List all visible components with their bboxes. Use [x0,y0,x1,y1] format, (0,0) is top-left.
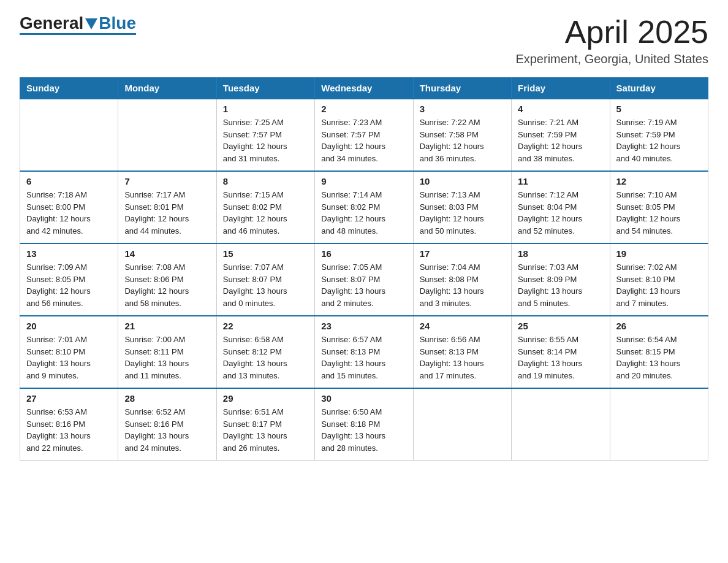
day-cell: 25Sunrise: 6:55 AM Sunset: 8:14 PM Dayli… [512,316,610,388]
day-info: Sunrise: 7:04 AM Sunset: 8:08 PM Dayligh… [420,261,505,309]
day-of-week-monday: Monday [118,78,216,99]
day-number: 11 [518,176,603,186]
day-number: 8 [223,176,308,186]
day-of-week-friday: Friday [512,78,610,99]
day-cell: 6Sunrise: 7:18 AM Sunset: 8:00 PM Daylig… [20,171,118,243]
day-info: Sunrise: 6:57 AM Sunset: 8:13 PM Dayligh… [321,334,406,381]
day-cell: 23Sunrise: 6:57 AM Sunset: 8:13 PM Dayli… [315,316,413,388]
day-info: Sunrise: 7:03 AM Sunset: 8:09 PM Dayligh… [518,261,603,309]
day-info: Sunrise: 6:55 AM Sunset: 8:14 PM Dayligh… [518,334,603,381]
day-number: 29 [223,393,308,404]
day-info: Sunrise: 7:23 AM Sunset: 7:57 PM Dayligh… [321,117,406,164]
day-cell: 11Sunrise: 7:12 AM Sunset: 8:04 PM Dayli… [512,171,610,243]
day-info: Sunrise: 7:14 AM Sunset: 8:02 PM Dayligh… [321,189,406,237]
week-row-2: 6Sunrise: 7:18 AM Sunset: 8:00 PM Daylig… [20,171,708,243]
day-cell: 30Sunrise: 6:50 AM Sunset: 8:18 PM Dayli… [315,388,413,461]
day-number: 30 [321,393,406,404]
day-cell: 4Sunrise: 7:21 AM Sunset: 7:59 PM Daylig… [512,99,610,171]
day-number: 1 [223,104,308,114]
day-of-week-wednesday: Wednesday [315,78,413,99]
day-cell: 1Sunrise: 7:25 AM Sunset: 7:57 PM Daylig… [216,99,314,171]
day-info: Sunrise: 6:53 AM Sunset: 8:16 PM Dayligh… [26,406,112,454]
day-number: 22 [223,321,308,331]
calendar-header: SundayMondayTuesdayWednesdayThursdayFrid… [20,78,708,99]
week-row-4: 20Sunrise: 7:01 AM Sunset: 8:10 PM Dayli… [20,316,708,388]
day-cell [512,388,610,461]
day-cell: 29Sunrise: 6:51 AM Sunset: 8:17 PM Dayli… [216,388,314,461]
day-info: Sunrise: 6:52 AM Sunset: 8:16 PM Dayligh… [124,406,210,454]
day-cell: 20Sunrise: 7:01 AM Sunset: 8:10 PM Dayli… [20,316,118,388]
day-info: Sunrise: 7:19 AM Sunset: 7:59 PM Dayligh… [616,117,702,164]
day-info: Sunrise: 7:22 AM Sunset: 7:58 PM Dayligh… [420,117,505,164]
day-number: 28 [124,393,210,404]
day-number: 12 [616,176,702,186]
calendar-table: SundayMondayTuesdayWednesdayThursdayFrid… [20,77,708,461]
day-number: 23 [321,321,406,331]
day-number: 3 [420,104,505,114]
day-number: 15 [223,248,308,259]
day-info: Sunrise: 7:17 AM Sunset: 8:01 PM Dayligh… [124,189,210,237]
day-info: Sunrise: 6:56 AM Sunset: 8:13 PM Dayligh… [420,334,505,381]
day-cell: 13Sunrise: 7:09 AM Sunset: 8:05 PM Dayli… [20,243,118,316]
day-number: 13 [26,248,112,259]
day-number: 10 [420,176,505,186]
day-number: 26 [616,321,702,331]
day-info: Sunrise: 7:08 AM Sunset: 8:06 PM Dayligh… [124,261,210,309]
day-of-week-sunday: Sunday [20,78,118,99]
day-number: 19 [616,248,702,259]
day-cell: 21Sunrise: 7:00 AM Sunset: 8:11 PM Dayli… [118,316,216,388]
logo: General Blue [20,15,136,35]
logo-general-text: General [20,15,83,32]
day-cell: 18Sunrise: 7:03 AM Sunset: 8:09 PM Dayli… [512,243,610,316]
day-cell: 7Sunrise: 7:17 AM Sunset: 8:01 PM Daylig… [118,171,216,243]
title-area: April 2025 Experiment, Georgia, United S… [515,15,708,66]
subtitle: Experiment, Georgia, United States [515,52,708,66]
day-number: 17 [420,248,505,259]
day-info: Sunrise: 6:54 AM Sunset: 8:15 PM Dayligh… [616,334,702,381]
day-info: Sunrise: 6:58 AM Sunset: 8:12 PM Dayligh… [223,334,308,381]
day-cell: 15Sunrise: 7:07 AM Sunset: 8:07 PM Dayli… [216,243,314,316]
day-number: 21 [124,321,210,331]
day-cell: 27Sunrise: 6:53 AM Sunset: 8:16 PM Dayli… [20,388,118,461]
day-of-week-tuesday: Tuesday [216,78,314,99]
day-info: Sunrise: 7:07 AM Sunset: 8:07 PM Dayligh… [223,261,308,309]
day-info: Sunrise: 7:21 AM Sunset: 7:59 PM Dayligh… [518,117,603,164]
day-number: 16 [321,248,406,259]
day-cell: 3Sunrise: 7:22 AM Sunset: 7:58 PM Daylig… [413,99,511,171]
day-info: Sunrise: 7:00 AM Sunset: 8:11 PM Dayligh… [124,334,210,381]
day-info: Sunrise: 7:12 AM Sunset: 8:04 PM Dayligh… [518,189,603,237]
day-cell: 22Sunrise: 6:58 AM Sunset: 8:12 PM Dayli… [216,316,314,388]
day-cell: 12Sunrise: 7:10 AM Sunset: 8:05 PM Dayli… [610,171,708,243]
week-row-3: 13Sunrise: 7:09 AM Sunset: 8:05 PM Dayli… [20,243,708,316]
day-number: 6 [26,176,112,186]
day-cell: 9Sunrise: 7:14 AM Sunset: 8:02 PM Daylig… [315,171,413,243]
day-number: 20 [26,321,112,331]
day-cell [20,99,118,171]
day-cell: 5Sunrise: 7:19 AM Sunset: 7:59 PM Daylig… [610,99,708,171]
day-number: 5 [616,104,702,114]
logo-blue-text: Blue [99,15,136,32]
day-number: 7 [124,176,210,186]
day-cell: 26Sunrise: 6:54 AM Sunset: 8:15 PM Dayli… [610,316,708,388]
day-info: Sunrise: 6:51 AM Sunset: 8:17 PM Dayligh… [223,406,308,454]
day-number: 18 [518,248,603,259]
day-info: Sunrise: 7:18 AM Sunset: 8:00 PM Dayligh… [26,189,112,237]
day-cell [610,388,708,461]
day-cell: 24Sunrise: 6:56 AM Sunset: 8:13 PM Dayli… [413,316,511,388]
calendar-body: 1Sunrise: 7:25 AM Sunset: 7:57 PM Daylig… [20,99,708,461]
day-info: Sunrise: 7:10 AM Sunset: 8:05 PM Dayligh… [616,189,702,237]
day-info: Sunrise: 6:50 AM Sunset: 8:18 PM Dayligh… [321,406,406,454]
day-info: Sunrise: 7:02 AM Sunset: 8:10 PM Dayligh… [616,261,702,309]
day-info: Sunrise: 7:25 AM Sunset: 7:57 PM Dayligh… [223,117,308,164]
day-of-week-thursday: Thursday [413,78,511,99]
day-cell: 8Sunrise: 7:15 AM Sunset: 8:02 PM Daylig… [216,171,314,243]
day-info: Sunrise: 7:01 AM Sunset: 8:10 PM Dayligh… [26,334,112,381]
logo-underline [20,33,136,35]
logo-triangle-icon [85,18,97,29]
day-number: 14 [124,248,210,259]
day-number: 25 [518,321,603,331]
day-number: 24 [420,321,505,331]
day-cell: 14Sunrise: 7:08 AM Sunset: 8:06 PM Dayli… [118,243,216,316]
week-row-5: 27Sunrise: 6:53 AM Sunset: 8:16 PM Dayli… [20,388,708,461]
day-of-week-saturday: Saturday [610,78,708,99]
